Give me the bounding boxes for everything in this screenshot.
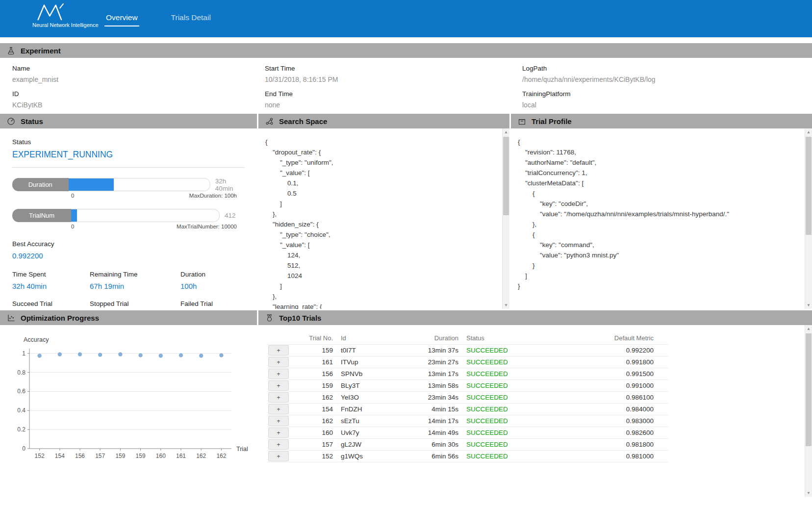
tab-trials-detail[interactable]: Trials Detail <box>170 11 212 26</box>
cell-status: SUCCEEDED <box>462 392 536 404</box>
table-row: + 154 FnDZH 4min 15s SUCCEEDED 0.984000 <box>267 404 668 415</box>
scrollbar-thumb[interactable] <box>806 333 812 446</box>
trialnum-bar-label: TrialNum <box>12 209 71 222</box>
trial-profile-panel: { "revision": 11768, "authorName": "defa… <box>511 128 812 309</box>
cell-duration: 23min 27s <box>395 356 462 368</box>
duration-bar-track <box>69 178 210 191</box>
expand-row-button[interactable]: + <box>268 404 289 414</box>
field-value: KCiBytKB <box>12 101 58 109</box>
expand-row-button[interactable]: + <box>268 451 289 461</box>
trialnum-bar-value: 412 <box>225 212 236 219</box>
stat-duration: Duration 100h <box>180 271 245 290</box>
cell-duration: 13min 37s <box>395 345 462 356</box>
trial-profile-scrollbar[interactable]: ▲ ▼ <box>805 128 812 309</box>
scroll-up-icon[interactable]: ▲ <box>805 325 812 332</box>
duration-bar-scale: 0 MaxDuration: 100h <box>71 193 237 199</box>
scrollbar-thumb[interactable] <box>503 137 509 215</box>
table-row: + 162 sEzTu 14min 17s SUCCEEDED 0.983000 <box>267 415 668 427</box>
scroll-down-icon[interactable]: ▼ <box>805 302 812 309</box>
svg-text:156: 156 <box>75 453 85 459</box>
experiment-section-bar: Experiment <box>0 43 812 58</box>
cell-trial-no: 152 <box>290 451 337 462</box>
svg-text:0.4: 0.4 <box>17 407 25 414</box>
tab-overview[interactable]: Overview <box>104 11 139 26</box>
scroll-down-icon[interactable]: ▼ <box>805 489 812 497</box>
cell-id: sEzTu <box>337 415 395 427</box>
field-value: 10/31/2018, 8:16:15 PM <box>265 76 338 83</box>
trialnum-bar-min: 0 <box>71 224 74 229</box>
status-section-bar: Status <box>0 114 257 128</box>
svg-text:Trial: Trial <box>236 446 248 453</box>
svg-text:0.2: 0.2 <box>17 426 25 433</box>
cell-trial-no: 156 <box>290 368 337 380</box>
top10-table: Trial No. Id Duration Status Default Met… <box>267 332 668 462</box>
table-header-row: Trial No. Id Duration Status Default Met… <box>267 332 668 345</box>
duration-bar-value: 32h 40min <box>215 177 245 192</box>
expand-row-button[interactable]: + <box>268 357 289 367</box>
scroll-up-icon[interactable]: ▲ <box>503 128 509 136</box>
svg-text:159: 159 <box>136 453 146 459</box>
scroll-up-icon[interactable]: ▲ <box>805 128 812 136</box>
top10-scrollbar[interactable]: ▲ ▼ <box>805 325 812 497</box>
field-value: none <box>265 101 338 109</box>
duration-bar-fill <box>69 178 114 191</box>
svg-text:159: 159 <box>115 453 125 459</box>
top10-title: Top10 Trials <box>279 314 321 322</box>
cell-id: SPNVb <box>337 368 395 380</box>
search-space-section-bar: Search Space <box>258 114 509 128</box>
field-value: /home/quzha/nni/experiments/KCiBytKB/log <box>522 76 656 83</box>
svg-text:161: 161 <box>176 453 186 459</box>
search-space-scrollbar[interactable]: ▲ ▼ <box>502 128 509 309</box>
cell-status: SUCCEEDED <box>462 427 536 439</box>
trial-profile-code: { "revision": 11768, "authorName": "defa… <box>511 128 812 291</box>
field-value: example_mnist <box>12 76 58 83</box>
cell-id: FnDZH <box>337 404 395 415</box>
cell-duration: 14min 49s <box>395 427 462 439</box>
cell-default-metric: 0.984000 <box>536 404 668 415</box>
status-title: Status <box>21 117 43 126</box>
cell-id: Uvk7y <box>337 427 395 439</box>
expand-row-button[interactable]: + <box>268 428 289 438</box>
cell-trial-no: 159 <box>290 345 337 356</box>
expand-row-button[interactable]: + <box>268 380 289 391</box>
stat-remaining-time: Remaining Time 67h 19min <box>90 271 180 290</box>
field-label: Start Time <box>265 65 338 72</box>
search-space-panel: { "dropout_rate": { "_type": "uniform", … <box>258 128 509 309</box>
expand-row-button[interactable]: + <box>268 439 289 450</box>
cell-duration: 23min 34s <box>395 392 462 404</box>
duration-progress: Duration 32h 40min <box>12 178 245 191</box>
expand-row-button[interactable]: + <box>268 369 289 379</box>
cell-duration: 6min 56s <box>395 451 462 462</box>
best-accuracy-label: Best Accuracy <box>12 240 245 248</box>
trialnum-bar-max: MaxTrialNumber: 10000 <box>177 224 237 229</box>
experiment-title: Experiment <box>21 47 61 55</box>
expand-row-button[interactable]: + <box>268 392 289 403</box>
col-duration: Duration <box>395 332 462 345</box>
nni-logo[interactable]: Neural Network Intelligence <box>32 2 106 28</box>
cell-trial-no: 162 <box>290 392 337 404</box>
expand-row-button[interactable]: + <box>268 416 289 426</box>
top10-panel: Trial No. Id Duration Status Default Met… <box>258 325 812 497</box>
cell-duration: 13min 58s <box>395 380 462 392</box>
trialnum-bar-track <box>71 209 220 222</box>
trial-profile-title: Trial Profile <box>532 117 572 126</box>
expand-row-button[interactable]: + <box>268 345 289 355</box>
cell-status: SUCCEEDED <box>462 439 536 451</box>
search-space-code: { "dropout_rate": { "_type": "uniform", … <box>258 128 509 309</box>
scrollbar-thumb[interactable] <box>806 137 812 235</box>
cell-status: SUCCEEDED <box>462 380 536 392</box>
cell-duration: 14min 17s <box>395 415 462 427</box>
status-label: Status <box>12 138 245 146</box>
cell-trial-no: 159 <box>290 380 337 392</box>
cell-duration: 6min 30s <box>395 439 462 451</box>
cell-id: g1WQs <box>337 451 395 462</box>
cell-default-metric: 0.991800 <box>536 356 668 368</box>
divider <box>12 167 245 168</box>
cell-id: ITVup <box>337 356 395 368</box>
svg-text:Accuracy: Accuracy <box>24 336 49 343</box>
cell-default-metric: 0.991000 <box>536 380 668 392</box>
logo-caption: Neural Network Intelligence <box>32 22 106 28</box>
top10-section-bar: Top10 Trials <box>258 310 812 325</box>
cell-default-metric: 0.992200 <box>536 345 668 356</box>
scroll-down-icon[interactable]: ▼ <box>503 302 509 309</box>
